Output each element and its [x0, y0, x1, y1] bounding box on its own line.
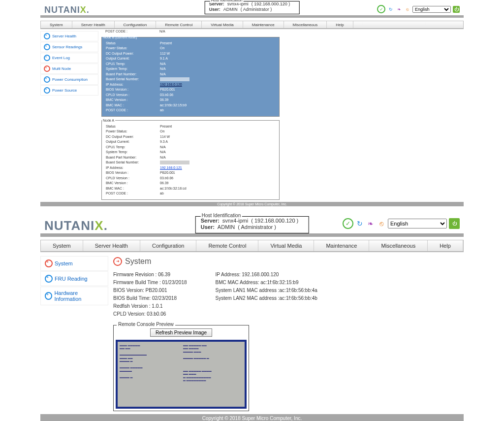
ip-link[interactable]: 192.168.0.121	[160, 166, 182, 169]
menu-server-health[interactable]: Server Health	[83, 240, 140, 251]
language-select[interactable]: English	[388, 219, 447, 228]
kv-key: System Temp:	[102, 150, 160, 155]
kv-value: N/A	[160, 150, 279, 155]
arrow-icon	[45, 275, 53, 283]
logout-icon[interactable]: ⎋	[377, 219, 386, 228]
power-button[interactable]: ⏻	[449, 218, 460, 229]
menu-virtual-media[interactable]: Virtual Media	[258, 240, 314, 251]
kv-row: Board Part Number:N/A	[102, 72, 279, 77]
menu-maintenance[interactable]: Maintenance	[243, 21, 284, 28]
menu-help[interactable]: Help	[327, 21, 353, 28]
kv-value	[160, 160, 279, 165]
post-code-row: POST CODE : N/A	[101, 29, 464, 34]
sidebar-item-server-health[interactable]: Server Health	[40, 31, 98, 41]
leaf-icon[interactable]: ❧	[366, 219, 375, 228]
kv-key: Board Serial Number:	[102, 160, 160, 165]
kv-row: POST CODE :ab	[102, 191, 279, 196]
menu-server-health[interactable]: Server Health	[72, 21, 115, 28]
kv-value: PB20.001	[160, 87, 279, 93]
menu-miscellaneous[interactable]: Miscellaneous	[284, 21, 327, 28]
menu-help[interactable]: Help	[428, 240, 463, 251]
sidebar-item-hardware-information[interactable]: Hardware Information	[40, 287, 108, 305]
refresh-icon[interactable]: ↻	[355, 219, 364, 228]
content-area: SystemFRU ReadingHardware Information ➜ …	[40, 252, 464, 414]
kv-row: CPU1 Temp:N/A	[102, 62, 279, 67]
kv-value[interactable]: 192.168.0.121	[160, 165, 279, 171]
kv-row: CPU1 Temp:N/A	[102, 145, 279, 150]
leaf-icon[interactable]: ❧	[396, 6, 402, 12]
sidebar-item-fru-reading[interactable]: FRU Reading	[40, 271, 108, 286]
menu-system[interactable]: System	[41, 240, 83, 251]
info-line: IP Address: 192.168.000.120	[216, 271, 317, 279]
screenshot-bottom: NUTANIX. Host Identification Server:svnx…	[0, 215, 504, 421]
preview-legend: Remote Console Preview	[117, 322, 175, 327]
sidebar-item-power-source[interactable]: Power Source	[40, 85, 98, 96]
kv-value: 112 W	[160, 51, 279, 57]
main-panel: ➜ System Firmware Revision : 06.39Firmwa…	[108, 252, 464, 414]
sidebar: Server HealthSensor ReadingsEvent LogMul…	[40, 29, 98, 202]
kv-value: Present	[160, 124, 279, 130]
kv-key: Output Current:	[102, 56, 160, 62]
main-menu: System Server Health Configuration Remot…	[40, 21, 464, 29]
menu-system[interactable]: System	[41, 21, 72, 28]
refresh-icon[interactable]: ↻	[387, 6, 394, 12]
kv-key: Board Part Number:	[102, 155, 160, 161]
sidebar-item-event-log[interactable]: Event Log	[40, 53, 98, 63]
kv-key: BMC Version :	[102, 181, 160, 186]
kv-key: IP Address:	[102, 165, 160, 171]
kv-key: BMC Version :	[102, 97, 160, 103]
menu-configuration[interactable]: Configuration	[140, 240, 196, 251]
brand-logo: NUTANIX.	[44, 218, 108, 233]
kv-row: IP Address:192.168.0.120	[102, 82, 279, 88]
info-line: BIOS Build Time: 02/23/2018	[113, 294, 187, 302]
sidebar-item-label: Power Consumption	[52, 77, 88, 82]
header-controls: ✓ ↻ ❧ ⎋ English ⏻	[343, 218, 460, 229]
node-a-panel: Node A StatusPresentPower Status:OnDC Ou…	[101, 119, 280, 200]
menu-miscellaneous[interactable]: Miscellaneous	[369, 240, 428, 251]
refresh-preview-button[interactable]: Refresh Preview Image	[150, 328, 212, 337]
menu-remote-control[interactable]: Remote Control	[156, 21, 202, 28]
kv-value: 9.1 A	[160, 56, 279, 62]
status-ok-icon[interactable]: ✓	[377, 5, 385, 13]
logout-icon[interactable]: ⎋	[404, 6, 410, 12]
kv-row: Output Current:9.1 A	[102, 56, 279, 62]
kv-key: Status	[102, 124, 160, 130]
sidebar-item-system[interactable]: System	[40, 256, 108, 271]
kv-key: POST CODE :	[102, 191, 160, 196]
kv-value: Present	[160, 41, 279, 46]
kv-value: PB20.001	[160, 170, 279, 176]
menu-maintenance[interactable]: Maintenance	[314, 240, 369, 251]
language-select[interactable]: English	[412, 6, 451, 13]
kv-row: DC Output Power:112 W	[102, 51, 279, 57]
arrow-icon	[44, 65, 50, 72]
footer: Copyright © 2018 Super Micro Computer, I…	[40, 414, 464, 421]
sidebar-item-power-consumption[interactable]: Power Consumption	[40, 74, 98, 85]
kv-value: ab	[160, 191, 279, 196]
kv-value: 06.39	[160, 97, 279, 103]
kv-row: CPLD Version :03.b0.06	[102, 93, 279, 98]
kv-row: BIOS Version :PB20.001	[102, 87, 279, 93]
menu-virtual-media[interactable]: Virtual Media	[202, 21, 243, 28]
power-button[interactable]: ⏻	[453, 6, 460, 13]
kv-key: Board Serial Number:	[102, 77, 160, 82]
arrow-icon	[44, 76, 50, 83]
kv-row: Power Status:On	[102, 46, 279, 51]
arrow-icon	[44, 44, 50, 50]
divider	[40, 233, 464, 237]
kv-key: Status	[102, 41, 160, 46]
sidebar-item-multi-node[interactable]: Multi Node	[40, 64, 98, 74]
kv-row: POST CODE :ab	[102, 108, 279, 113]
kv-value: 03.b0.06	[160, 176, 279, 181]
menu-configuration[interactable]: Configuration	[115, 21, 157, 28]
kv-value[interactable]: 192.168.0.120	[160, 82, 279, 88]
info-line: System LAN2 MAC address :ac:1f:6b:56:bb:…	[216, 294, 317, 302]
console-thumbnail[interactable]: ▬▬▬ ▬▬▬▬▬▬▬ ▬▬▬▬▬▬▬▬▬▬▬▬▬▬▬▬ ▬▬▬▬▬▬ ▬▬▬▬…	[116, 340, 247, 409]
ip-link[interactable]: 192.168.0.120	[160, 83, 182, 86]
kv-value: ab	[160, 108, 279, 113]
info-line: Firmware Revision : 06.39	[113, 271, 187, 279]
kv-key: Power Status:	[102, 46, 160, 51]
status-ok-icon[interactable]: ✓	[343, 218, 353, 229]
menu-remote-control[interactable]: Remote Control	[196, 240, 258, 251]
sidebar-item-sensor-readings[interactable]: Sensor Readings	[40, 42, 98, 52]
content-area: Server HealthSensor ReadingsEvent LogMul…	[40, 29, 464, 202]
